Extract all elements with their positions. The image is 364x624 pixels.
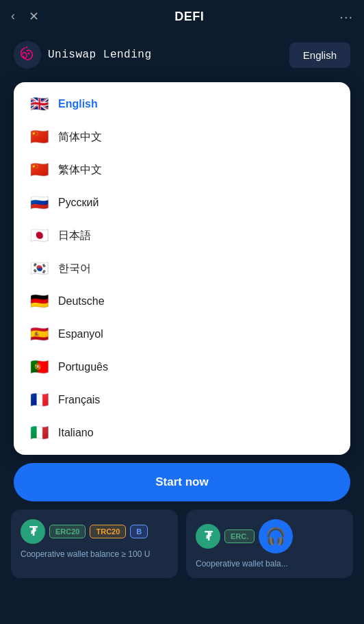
flag-ko: 🇰🇷 (30, 261, 49, 276)
lang-item-zh-tw[interactable]: 🇨🇳繁体中文 (14, 153, 350, 186)
lang-item-ko[interactable]: 🇰🇷한국어 (14, 252, 350, 285)
lang-label-fr: Français (58, 394, 100, 406)
lang-label-ko: 한국어 (58, 262, 91, 276)
language-button[interactable]: English (289, 42, 350, 68)
card-text-1: Cooperative wallet balance ≥ 100 U (21, 549, 168, 559)
flag-zh-cn: 🇨🇳 (30, 129, 49, 145)
lang-item-ru[interactable]: 🇷🇺Русский (14, 186, 350, 219)
lang-label-zh-cn: 简体中文 (58, 130, 102, 145)
svg-point-0 (14, 41, 41, 68)
browser-nav: ‹ ✕ (11, 9, 39, 24)
language-card: 🇬🇧English🇨🇳简体中文🇨🇳繁体中文🇷🇺Русский🇯🇵日本語🇰🇷한국어… (14, 82, 350, 455)
bottom-section: ₮ ERC20 TRC20 B Cooperative wallet balan… (0, 510, 364, 578)
flag-de: 🇩🇪 (30, 294, 49, 309)
flag-ru: 🇷🇺 (30, 195, 49, 210)
lang-label-ja: 日本語 (58, 229, 91, 243)
support-icon[interactable]: 🎧 (259, 519, 293, 553)
lang-label-it: Italiano (58, 427, 94, 439)
browser-bar: ‹ ✕ DEFI ··· (0, 0, 364, 33)
lang-label-zh-tw: 繁体中文 (58, 163, 102, 177)
back-icon[interactable]: ‹ (11, 9, 15, 24)
lang-label-ru: Русский (58, 197, 99, 209)
tag-erc20-1: ERC20 (49, 525, 86, 538)
card-tags-1: ₮ ERC20 TRC20 B (21, 519, 168, 544)
lang-item-de[interactable]: 🇩🇪Deutsche (14, 285, 350, 318)
start-now-button[interactable]: Start now (14, 463, 350, 501)
uniswap-logo (14, 41, 41, 68)
tether-icon-2: ₮ (196, 524, 220, 549)
lang-item-zh-cn[interactable]: 🇨🇳简体中文 (14, 121, 350, 153)
flag-fr: 🇫🇷 (30, 392, 49, 408)
flag-es: 🇪🇸 (30, 327, 49, 342)
wallet-card-1: ₮ ERC20 TRC20 B Cooperative wallet balan… (11, 510, 178, 578)
lang-label-de: Deutsche (58, 295, 105, 308)
card-text-2: Cooperative wallet bala... (196, 559, 343, 569)
flag-ja: 🇯🇵 (30, 228, 49, 243)
flag-it: 🇮🇹 (30, 425, 49, 440)
lang-label-pt: Português (58, 361, 108, 373)
svg-point-1 (28, 53, 30, 55)
card-tags-2: ₮ ERC. 🎧 (196, 519, 343, 553)
tag-trc20-1: TRC20 (90, 525, 126, 538)
lang-item-fr[interactable]: 🇫🇷Français (14, 384, 350, 416)
flag-zh-tw: 🇨🇳 (30, 162, 49, 177)
more-icon[interactable]: ··· (339, 9, 353, 25)
logo-text: Uniswap Lending (48, 49, 152, 61)
app-header: Uniswap Lending English (0, 33, 364, 77)
lang-item-pt[interactable]: 🇵🇹Português (14, 351, 350, 384)
flag-en: 🇬🇧 (30, 97, 49, 112)
logo-area: Uniswap Lending (14, 41, 152, 68)
lang-item-en[interactable]: 🇬🇧English (14, 88, 350, 121)
flag-pt: 🇵🇹 (30, 360, 49, 375)
lang-item-es[interactable]: 🇪🇸Espanyol (14, 318, 350, 351)
close-icon[interactable]: ✕ (29, 9, 39, 24)
tag-b-1: B (130, 525, 148, 538)
tag-erc20-2: ERC. (224, 529, 255, 543)
lang-label-en: English (58, 98, 98, 110)
lang-label-es: Espanyol (58, 328, 103, 340)
browser-title: DEFI (174, 10, 204, 24)
lang-item-ja[interactable]: 🇯🇵日本語 (14, 219, 350, 252)
lang-item-it[interactable]: 🇮🇹Italiano (14, 416, 350, 449)
wallet-card-2: ₮ ERC. 🎧 Cooperative wallet bala... (186, 510, 353, 578)
tether-icon-1: ₮ (21, 519, 45, 544)
